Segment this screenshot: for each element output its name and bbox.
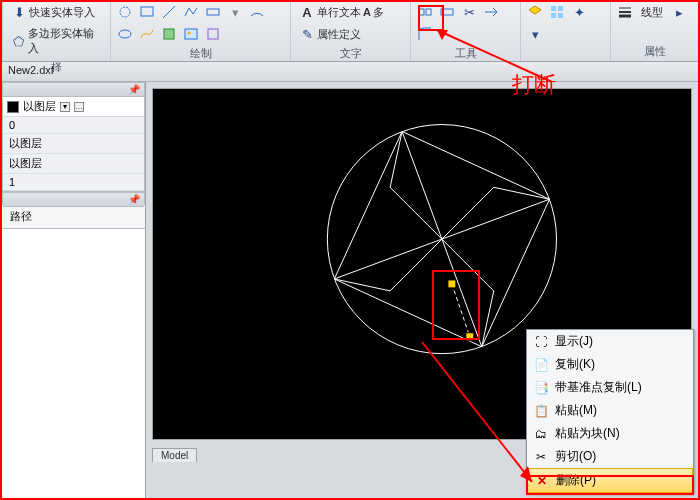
text-a-icon: A (299, 4, 315, 20)
ctx-copy-base[interactable]: 📑带基准点复制(L) (527, 376, 693, 399)
svg-rect-5 (164, 29, 174, 39)
copy-icon: 📄 (533, 357, 549, 373)
svg-point-0 (120, 7, 130, 17)
svg-rect-6 (185, 29, 197, 39)
linetype-label[interactable]: 线型 (637, 3, 667, 22)
svg-rect-29 (466, 333, 474, 341)
ribbon-group-props2: ✦ ▾ (520, 2, 610, 61)
polyline-icon[interactable] (181, 2, 201, 22)
document-tab[interactable]: New2.dxf (2, 62, 698, 82)
group-icon[interactable] (547, 2, 567, 22)
path-panel-body[interactable] (2, 229, 145, 500)
polygon-input-button[interactable]: ⬠多边形实体输入 (7, 24, 106, 58)
paste-block-icon: 🗂 (533, 426, 549, 442)
ribbon-group-text: A单行文本 A多 ✎属性定义 文字 (290, 2, 410, 61)
ctx-show[interactable]: ⛶显示(J) (527, 330, 693, 353)
svg-line-23 (402, 131, 442, 239)
mtext-icon: A (363, 6, 371, 18)
svg-rect-9 (419, 9, 424, 15)
context-menu: ⛶显示(J) 📄复制(K) 📑带基准点复制(L) 📋粘贴(M) 🗂粘贴为块(N)… (526, 329, 694, 494)
svg-rect-1 (141, 7, 153, 16)
arc-icon[interactable] (247, 2, 267, 22)
polygon-icon: ⬠ (11, 33, 26, 49)
pin-icon[interactable]: 📌 (128, 84, 140, 95)
rect-icon[interactable] (137, 2, 157, 22)
svg-rect-17 (558, 13, 563, 18)
panel-spacer: 📌 (2, 192, 145, 204)
ribbon-group-tools: ✂ 工具 (410, 2, 520, 61)
svg-line-2 (163, 6, 175, 18)
break-tool-icon[interactable] (415, 2, 435, 22)
quick-import-button[interactable]: ⬇快速实体导入 (7, 2, 99, 22)
ribbon-group-label-text: 文字 (295, 44, 406, 61)
color-swatch (7, 101, 19, 113)
hatch-icon[interactable] (159, 24, 179, 44)
svg-rect-11 (441, 9, 453, 15)
line-icon[interactable] (159, 2, 179, 22)
panel-head: 📌 (3, 83, 144, 97)
ribbon-group-label-spacer (525, 45, 606, 59)
cut-icon: ✂ (533, 449, 549, 465)
svg-rect-16 (551, 13, 556, 18)
property-list: 0 以图层 以图层 1 (3, 117, 144, 191)
attr-icon: ✎ (299, 26, 315, 42)
delete-icon: ✕ (534, 473, 550, 489)
pin-icon[interactable]: 📌 (128, 194, 140, 205)
join-tool-icon[interactable] (437, 2, 457, 22)
svg-line-25 (442, 239, 482, 347)
model-tab[interactable]: Model (152, 448, 197, 462)
dropdown-icon[interactable]: ▾ (225, 2, 245, 22)
extend-tool-icon[interactable] (481, 2, 501, 22)
more-icon[interactable]: ▸ (669, 2, 689, 22)
list-item[interactable]: 1 (3, 174, 144, 191)
single-text-button[interactable]: A单行文本 A多 (295, 2, 388, 22)
layers-panel: 📌 以图层 ▾ … 0 以图层 以图层 1 (2, 82, 145, 192)
dropdown2-icon[interactable]: ▾ (525, 24, 545, 44)
list-item[interactable]: 0 (3, 117, 144, 134)
spline-icon[interactable] (137, 24, 157, 44)
layer-name: 以图层 (23, 99, 56, 114)
svg-line-27 (452, 284, 470, 337)
svg-line-24 (442, 199, 550, 239)
copy-base-icon: 📑 (533, 380, 549, 396)
svg-line-26 (334, 239, 442, 279)
fillet-tool-icon[interactable] (415, 24, 435, 44)
layer-selector[interactable]: 以图层 ▾ … (3, 97, 144, 117)
ribbon-group-import: ⬇快速实体导入 ⬠多边形实体输入 择 (2, 2, 110, 61)
paste-icon: 📋 (533, 403, 549, 419)
list-item[interactable]: 以图层 (3, 134, 144, 154)
block-icon[interactable] (203, 24, 223, 44)
chevron-down-icon[interactable]: ▾ (60, 102, 70, 112)
rectangle-icon[interactable] (203, 2, 223, 22)
explode-icon[interactable]: ✦ (569, 2, 589, 22)
image-icon[interactable] (181, 24, 201, 44)
circle-icon[interactable] (115, 2, 135, 22)
ctx-cut[interactable]: ✂剪切(O) (527, 445, 693, 468)
layer-icon[interactable] (525, 2, 545, 22)
svg-point-7 (188, 32, 191, 35)
import-icon: ⬇ (11, 4, 27, 20)
path-panel-title: 路径 (2, 204, 145, 229)
ribbon-group-properties: 线型 ▸ 属性 (610, 2, 698, 61)
ribbon-group-label-props: 属性 (615, 42, 694, 59)
ctx-copy[interactable]: 📄复制(K) (527, 353, 693, 376)
ribbon-group-label-draw: 绘制 (115, 44, 286, 61)
ellipsis-icon[interactable]: … (74, 102, 84, 112)
ctx-delete[interactable]: ✕删除(P) (527, 468, 693, 493)
trim-tool-icon[interactable]: ✂ (459, 2, 479, 22)
svg-rect-10 (426, 9, 431, 15)
ribbon-group-draw: ▾ 绘制 (110, 2, 290, 61)
ribbon-group-label-tools: 工具 (415, 44, 516, 61)
attr-def-button[interactable]: ✎属性定义 (295, 24, 365, 44)
lineweight-icon[interactable] (615, 2, 635, 22)
ctx-paste-block[interactable]: 🗂粘贴为块(N) (527, 422, 693, 445)
list-item[interactable]: 以图层 (3, 154, 144, 174)
svg-rect-14 (551, 6, 556, 11)
ellipse-icon[interactable] (115, 24, 135, 44)
svg-rect-28 (448, 280, 456, 288)
svg-marker-13 (529, 6, 541, 14)
left-panels: 📌 以图层 ▾ … 0 以图层 以图层 1 📌 路径 (2, 82, 146, 500)
ribbon: ⬇快速实体导入 ⬠多边形实体输入 择 ▾ 绘制 A单行文本 A多 ✎属性定义 文… (2, 2, 698, 62)
svg-point-4 (119, 30, 131, 38)
ctx-paste[interactable]: 📋粘贴(M) (527, 399, 693, 422)
